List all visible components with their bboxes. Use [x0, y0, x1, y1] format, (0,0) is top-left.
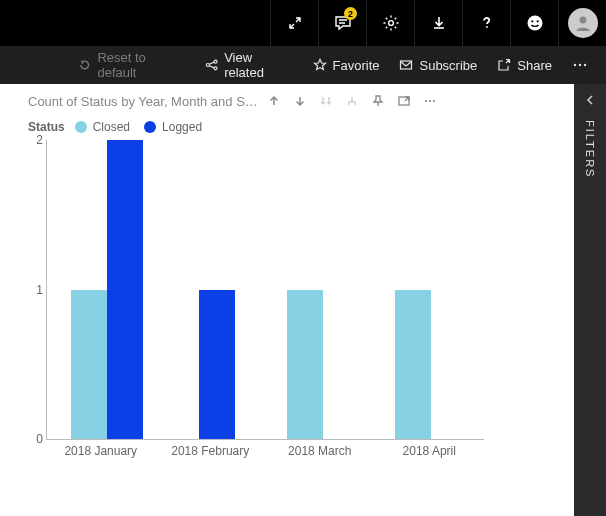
svg-point-2	[527, 16, 542, 31]
person-icon	[573, 13, 593, 33]
favorite-label: Favorite	[333, 58, 380, 73]
more-actions-button[interactable]	[562, 58, 598, 72]
bar-chart: 0 1 2 2018 January 2018 February 2018 Ma…	[28, 140, 484, 490]
reset-label: Reset to default	[97, 50, 184, 80]
filters-pane-collapsed: FILTERS	[574, 84, 606, 516]
x-tick: 2018 February	[156, 444, 266, 460]
y-tick: 1	[29, 283, 43, 297]
download-icon	[431, 15, 447, 31]
reset-to-default-button: Reset to default	[68, 50, 195, 80]
feedback-button[interactable]	[510, 0, 558, 46]
subscribe-label: Subscribe	[419, 58, 477, 73]
favorite-button[interactable]: Favorite	[303, 58, 390, 73]
visual-header: Count of Status by Year, Month and St...	[0, 84, 606, 114]
expand-icon	[287, 15, 303, 31]
y-tick: 0	[29, 432, 43, 446]
visual-title: Count of Status by Year, Month and St...	[28, 94, 258, 109]
notifications-button[interactable]: 2	[318, 0, 366, 46]
fullscreen-button[interactable]	[270, 0, 318, 46]
svg-point-8	[214, 67, 217, 70]
svg-point-3	[531, 20, 533, 22]
global-command-bar: 2	[0, 0, 606, 46]
account-button[interactable]	[558, 0, 606, 46]
chevron-left-icon	[584, 94, 596, 106]
expand-next-level-button[interactable]	[342, 91, 362, 111]
reset-icon	[78, 58, 91, 72]
y-tick: 2	[29, 133, 43, 147]
pin-icon	[371, 94, 385, 108]
smile-icon	[526, 14, 544, 32]
subscribe-button[interactable]: Subscribe	[389, 58, 487, 73]
svg-point-14	[425, 100, 427, 102]
focus-icon	[397, 94, 411, 108]
legend-item-logged[interactable]: Logged	[162, 120, 202, 134]
legend-swatch-closed	[75, 121, 87, 133]
drill-up-button[interactable]	[264, 91, 284, 111]
ellipsis-icon	[572, 58, 588, 72]
share-icon	[497, 58, 511, 72]
arrow-up-icon	[267, 94, 281, 108]
svg-point-12	[584, 64, 586, 66]
settings-button[interactable]	[366, 0, 414, 46]
bar-logged[interactable]	[199, 290, 235, 440]
avatar	[568, 8, 598, 38]
svg-point-10	[574, 64, 576, 66]
x-tick: 2018 April	[375, 444, 485, 460]
arrow-down-icon	[293, 94, 307, 108]
mail-icon	[399, 58, 413, 72]
ellipsis-icon	[423, 94, 437, 108]
pin-visual-button[interactable]	[368, 91, 388, 111]
bar-closed[interactable]	[395, 290, 431, 440]
view-related-button[interactable]: View related	[195, 50, 303, 80]
help-button[interactable]	[462, 0, 510, 46]
legend-title: Status	[28, 120, 65, 134]
star-icon	[313, 58, 327, 72]
svg-point-16	[433, 100, 435, 102]
bar-closed[interactable]	[71, 290, 107, 440]
svg-point-4	[536, 20, 538, 22]
legend-swatch-logged	[144, 121, 156, 133]
report-action-bar: Reset to default View related Favorite S…	[0, 46, 606, 84]
svg-point-0	[388, 21, 393, 26]
question-icon	[479, 15, 495, 31]
download-button[interactable]	[414, 0, 462, 46]
related-icon	[205, 58, 218, 72]
focus-mode-button[interactable]	[394, 91, 414, 111]
svg-point-15	[429, 100, 431, 102]
x-tick: 2018 March	[265, 444, 375, 460]
svg-point-1	[486, 26, 488, 28]
filters-label[interactable]: FILTERS	[584, 120, 596, 178]
double-arrow-down-icon	[319, 94, 333, 108]
expand-filters-button[interactable]	[584, 94, 596, 106]
bar-logged[interactable]	[107, 140, 143, 439]
visual-more-button[interactable]	[420, 91, 440, 111]
drill-down-button[interactable]	[290, 91, 310, 111]
notification-badge: 2	[344, 7, 357, 20]
svg-point-5	[579, 17, 586, 24]
svg-point-11	[579, 64, 581, 66]
hierarchy-icon	[345, 94, 359, 108]
view-related-label: View related	[224, 50, 292, 80]
chart-legend: Status Closed Logged	[0, 114, 606, 138]
x-axis-labels: 2018 January 2018 February 2018 March 20…	[46, 444, 484, 460]
bar-closed[interactable]	[287, 290, 323, 440]
share-button[interactable]: Share	[487, 58, 562, 73]
x-tick: 2018 January	[46, 444, 156, 460]
legend-item-closed[interactable]: Closed	[93, 120, 130, 134]
plot-area: 0 1 2	[46, 140, 484, 440]
drill-down-all-button[interactable]	[316, 91, 336, 111]
svg-point-7	[214, 60, 217, 63]
share-label: Share	[517, 58, 552, 73]
svg-point-6	[206, 63, 209, 66]
gear-icon	[382, 14, 400, 32]
